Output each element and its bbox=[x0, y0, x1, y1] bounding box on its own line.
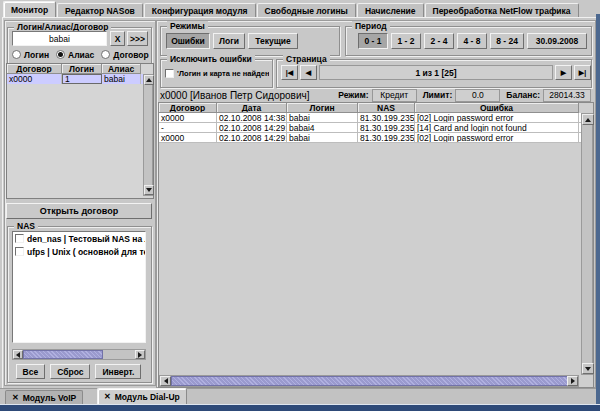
window-tab-voip[interactable]: ✕ Модуль VoIP bbox=[5, 390, 83, 404]
nas-checkbox-ufps[interactable] bbox=[15, 247, 24, 256]
account-mode-value: Кредит bbox=[372, 89, 417, 102]
accounts-cell-login[interactable]: 1 bbox=[62, 74, 102, 84]
accounts-scroll-down-icon[interactable] bbox=[144, 185, 154, 195]
nas-checkbox-den-nas[interactable] bbox=[15, 234, 24, 243]
mode-current-button[interactable]: Текущие bbox=[248, 33, 298, 49]
log-cell[interactable]: babai bbox=[287, 113, 358, 122]
radio-contract[interactable] bbox=[101, 50, 110, 59]
mode-logs-button[interactable]: Логи bbox=[213, 33, 245, 49]
search-input[interactable] bbox=[12, 31, 107, 46]
tab-free-logins[interactable]: Свободные логины bbox=[257, 3, 356, 17]
accounts-col-contract[interactable]: Договор bbox=[7, 64, 62, 74]
log-col-contract[interactable]: Договор bbox=[159, 103, 217, 113]
radio-alias[interactable] bbox=[56, 50, 65, 59]
log-cell[interactable]: 81.30.199.235 bbox=[358, 133, 415, 142]
log-scroll-right-icon[interactable] bbox=[567, 376, 578, 386]
period-8-24-label: 8 - 24 bbox=[496, 36, 518, 46]
log-cell[interactable]: [02] Login password error bbox=[415, 133, 579, 142]
accounts-scroll-up-icon[interactable] bbox=[144, 75, 154, 85]
tab-module-config[interactable]: Конфигурация модуля bbox=[144, 3, 256, 17]
log-scroll-left-icon[interactable] bbox=[160, 376, 171, 386]
accounts-cell-contract[interactable]: x0000 bbox=[7, 74, 62, 84]
page-next-button[interactable]: ▶ bbox=[555, 65, 572, 80]
log-row[interactable]: x0000 02.10.2008 14:29:15 babai 81.30.19… bbox=[159, 133, 593, 143]
page-last-icon: ▶| bbox=[579, 69, 586, 77]
tab-nas-editor-label: Редактор NASов bbox=[65, 6, 135, 16]
log-cell[interactable]: [14] Card and login not found bbox=[415, 123, 579, 132]
log-cell[interactable]: - bbox=[159, 123, 217, 132]
log-cell[interactable]: x0000 bbox=[159, 133, 217, 142]
mode-errors-label: Ошибки bbox=[171, 36, 205, 46]
accounts-row-selected[interactable]: x0000 1 babai bbox=[7, 74, 153, 84]
nas-list: den_nas | Тестовый NAS на локальн ufps |… bbox=[12, 231, 146, 343]
nas-scroll-right-icon[interactable] bbox=[135, 350, 145, 359]
log-scroll-up-icon[interactable] bbox=[582, 114, 594, 125]
mode-logs-label: Логи bbox=[219, 36, 239, 46]
tab-accrual[interactable]: Начисление bbox=[357, 3, 424, 17]
nas-buttons: Все Сброс Инверт. bbox=[7, 364, 150, 379]
log-row[interactable]: - 02.10.2008 14:29:31 babai4 81.30.199.2… bbox=[159, 123, 593, 133]
log-cell[interactable]: 02.10.2008 14:29:31 bbox=[217, 123, 287, 132]
period-date-button[interactable]: 30.09.2008 bbox=[527, 33, 587, 49]
close-icon[interactable]: ✕ bbox=[104, 393, 111, 401]
log-col-date[interactable]: Дата bbox=[217, 103, 287, 113]
period-date-label: 30.09.2008 bbox=[536, 36, 579, 46]
log-cell[interactable]: 02.10.2008 14:29:15 bbox=[217, 133, 287, 142]
log-col-login[interactable]: Логин bbox=[287, 103, 358, 113]
log-col-error[interactable]: Ошибка bbox=[415, 103, 579, 113]
log-cell[interactable]: [02] Login password error bbox=[415, 113, 579, 122]
log-cell[interactable]: 81.30.199.235 bbox=[358, 123, 415, 132]
exclude-errors-row[interactable]: 'Логин и карта не найдены' bbox=[165, 68, 269, 79]
nas-scroll-left-icon[interactable] bbox=[13, 350, 23, 359]
window-tab-dialup[interactable]: ✕ Модуль Dial-Up bbox=[97, 388, 187, 404]
log-col-nas[interactable]: NAS bbox=[358, 103, 415, 113]
nas-list-item[interactable]: den_nas | Тестовый NAS на локальн bbox=[13, 232, 145, 245]
open-contract-label: Открыть договор bbox=[40, 206, 118, 216]
nas-invert-button[interactable]: Инверт. bbox=[95, 364, 141, 379]
open-contract-button[interactable]: Открыть договор bbox=[6, 203, 152, 219]
tab-monitor[interactable]: Монитор bbox=[3, 1, 56, 17]
nas-item-label: den_nas | Тестовый NAS на локальн bbox=[27, 234, 146, 244]
nas-all-button[interactable]: Все bbox=[16, 364, 46, 379]
radio-alias-label: Алиас bbox=[68, 50, 94, 60]
tab-nas-editor[interactable]: Редактор NASов bbox=[57, 3, 143, 17]
accounts-vscrollbar[interactable] bbox=[143, 74, 153, 196]
period-0-1-button[interactable]: 0 - 1 bbox=[358, 33, 388, 49]
module-tab-bar: Монитор Редактор NASов Конфигурация моду… bbox=[3, 2, 580, 17]
log-vscrollbar[interactable] bbox=[581, 113, 593, 375]
log-cell[interactable]: 81.30.199.235 bbox=[358, 113, 415, 122]
period-buttons: 0 - 1 1 - 2 2 - 4 4 - 8 8 - 24 30.09.200… bbox=[350, 33, 587, 49]
nas-reset-button[interactable]: Сброс bbox=[50, 364, 90, 379]
log-scroll-down-icon[interactable] bbox=[582, 363, 594, 374]
accounts-col-alias[interactable]: Алиас bbox=[102, 64, 141, 74]
tab-accrual-label: Начисление bbox=[365, 6, 416, 16]
mode-current-label: Текущие bbox=[255, 36, 291, 46]
period-4-8-button[interactable]: 4 - 8 bbox=[457, 33, 487, 49]
log-cell[interactable]: x0000 bbox=[159, 113, 217, 122]
page-first-button[interactable]: |◀ bbox=[281, 65, 298, 80]
accounts-col-login[interactable]: Логин bbox=[62, 64, 102, 74]
mode-errors-button[interactable]: Ошибки bbox=[166, 33, 210, 49]
radio-login[interactable] bbox=[12, 50, 21, 59]
period-2-4-button[interactable]: 2 - 4 bbox=[424, 33, 454, 49]
log-hscroll-thumb[interactable] bbox=[171, 376, 568, 386]
page-last-button[interactable]: ▶| bbox=[574, 65, 591, 80]
nas-hscroll-thumb[interactable] bbox=[23, 350, 103, 359]
log-row[interactable]: x0000 02.10.2008 14:38:23 babai 81.30.19… bbox=[159, 113, 593, 123]
log-cell[interactable]: babai bbox=[287, 133, 358, 142]
log-cell[interactable]: 02.10.2008 14:38:23 bbox=[217, 113, 287, 122]
clear-search-button[interactable]: X bbox=[110, 31, 125, 46]
account-name: x0000 [Иванов Петр Сидорович] bbox=[160, 90, 309, 101]
log-cell[interactable]: babai4 bbox=[287, 123, 358, 132]
nas-list-item[interactable]: ufps | Unix ( основной для тестов ) bbox=[13, 245, 145, 258]
nas-hscrollbar[interactable] bbox=[12, 349, 146, 360]
page-prev-button[interactable]: ◀ bbox=[300, 65, 317, 80]
period-1-2-button[interactable]: 1 - 2 bbox=[391, 33, 421, 49]
accounts-cell-alias[interactable]: babai bbox=[102, 74, 141, 84]
exclude-errors-checkbox[interactable] bbox=[165, 69, 174, 78]
tab-netflow-reprocess[interactable]: Переобработка NetFlow трафика bbox=[425, 3, 579, 17]
run-search-button[interactable]: >>> bbox=[127, 31, 148, 46]
period-8-24-button[interactable]: 8 - 24 bbox=[490, 33, 524, 49]
log-hscrollbar[interactable] bbox=[159, 375, 579, 387]
close-icon[interactable]: ✕ bbox=[12, 394, 19, 402]
